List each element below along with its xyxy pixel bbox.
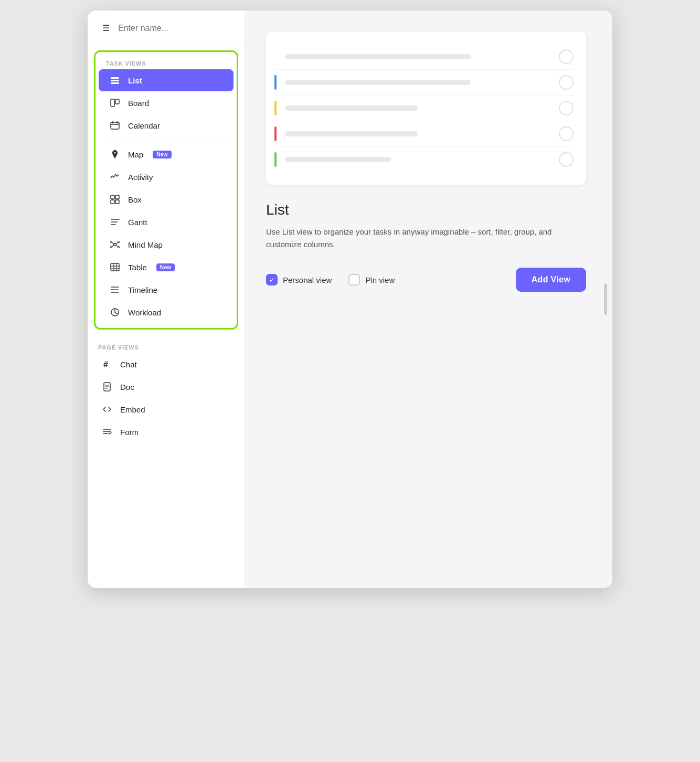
task-views-container: TASK VIEWS List (94, 50, 238, 330)
preview-row (274, 121, 574, 147)
table-badge: New (156, 263, 175, 271)
chat-label: Chat (120, 360, 137, 369)
svg-line-23 (112, 246, 114, 247)
mindmap-icon (109, 239, 121, 250)
scrollbar[interactable] (604, 283, 607, 315)
preview-line (285, 54, 471, 59)
preview-lines (285, 80, 550, 85)
svg-point-18 (118, 241, 120, 243)
svg-rect-5 (111, 122, 119, 129)
preview-lines (285, 131, 550, 136)
svg-text:#: # (103, 360, 108, 369)
workload-icon (109, 307, 121, 318)
pin-view-option[interactable]: Pin view (348, 274, 395, 285)
preview-line (285, 80, 471, 85)
sidebar-item-board[interactable]: Board (99, 92, 234, 114)
svg-rect-2 (111, 82, 119, 84)
sidebar-item-mindmap[interactable]: Mind Map (99, 234, 234, 256)
form-icon (101, 427, 113, 437)
svg-rect-12 (115, 200, 119, 204)
calendar-icon (109, 120, 121, 131)
svg-line-21 (112, 242, 114, 244)
timeline-label: Timeline (128, 285, 157, 294)
timeline-icon (109, 284, 121, 295)
preview-circle (559, 49, 574, 64)
sidebar-item-activity[interactable]: Activity (99, 166, 234, 188)
personal-view-option[interactable]: ✓ Personal view (266, 274, 332, 285)
form-label: Form (120, 428, 139, 437)
sidebar-item-box[interactable]: Box (99, 188, 234, 210)
svg-rect-4 (115, 99, 119, 104)
table-label: Table (128, 263, 147, 272)
preview-line (285, 157, 391, 162)
map-label: Map (128, 150, 143, 159)
page-views-label: PAGE VIEWS (88, 340, 245, 353)
sidebar-item-timeline[interactable]: Timeline (99, 279, 234, 301)
sidebar-item-doc[interactable]: Doc (91, 376, 241, 398)
svg-point-20 (118, 247, 120, 248)
list-header-icon (100, 23, 112, 33)
sidebar-item-chat[interactable]: # Chat (91, 353, 241, 375)
sidebar-item-gantt[interactable]: Gantt (99, 211, 234, 233)
svg-rect-10 (115, 195, 119, 199)
preview-row (274, 44, 574, 70)
preview-circle (559, 101, 574, 115)
box-icon (109, 194, 121, 205)
modal-wrapper: TASK VIEWS List (88, 10, 612, 588)
calendar-label: Calendar (128, 121, 160, 130)
board-label: Board (128, 99, 149, 108)
pin-view-checkbox[interactable] (348, 274, 360, 285)
left-panel: TASK VIEWS List (88, 10, 245, 588)
table-icon (109, 262, 121, 272)
svg-line-22 (116, 242, 118, 244)
sidebar-item-list[interactable]: List (99, 69, 234, 91)
search-input[interactable] (118, 24, 232, 33)
divider-1 (104, 140, 228, 140)
sidebar-item-embed[interactable]: Embed (91, 398, 241, 420)
sidebar-item-form[interactable]: Form (91, 421, 241, 443)
embed-icon (101, 404, 113, 415)
personal-view-checkbox[interactable]: ✓ (266, 274, 278, 285)
task-views-label: TASK VIEWS (96, 56, 237, 69)
svg-rect-9 (111, 195, 114, 199)
options-row: ✓ Personal view Pin view Add View (266, 268, 586, 292)
right-panel: List Use List view to organize your task… (245, 10, 612, 588)
personal-view-label: Personal view (283, 276, 332, 284)
preview-circle (559, 75, 574, 90)
preview-lines (285, 157, 550, 162)
search-bar (88, 10, 245, 44)
sidebar-item-map[interactable]: Map New (99, 143, 234, 165)
embed-label: Embed (120, 405, 145, 414)
gantt-label: Gantt (128, 218, 147, 227)
sidebar-item-table[interactable]: Table New (99, 256, 234, 278)
mindmap-label: Mind Map (128, 240, 163, 249)
sidebar-item-workload[interactable]: Workload (99, 301, 234, 323)
view-description: Use List view to organize your tasks in … (266, 226, 586, 251)
doc-label: Doc (120, 383, 134, 391)
preview-lines (285, 105, 550, 111)
chat-icon: # (101, 359, 113, 369)
sidebar-item-calendar[interactable]: Calendar (99, 114, 234, 136)
preview-row (274, 96, 574, 121)
list-icon (109, 75, 121, 86)
activity-icon (109, 172, 121, 182)
map-icon (109, 149, 121, 160)
svg-rect-3 (111, 99, 114, 107)
svg-rect-11 (111, 200, 114, 204)
preview-card (266, 31, 586, 185)
svg-point-17 (111, 241, 112, 243)
activity-label: Activity (128, 173, 153, 182)
preview-row (274, 147, 574, 172)
svg-point-16 (114, 244, 116, 246)
page-views-section: PAGE VIEWS # Chat (88, 336, 245, 443)
checkmark-icon: ✓ (269, 276, 275, 284)
pin-view-label: Pin view (365, 276, 395, 284)
svg-rect-0 (111, 77, 119, 79)
svg-rect-25 (111, 263, 119, 271)
view-title: List (266, 202, 586, 218)
color-bar (274, 152, 277, 167)
add-view-button[interactable]: Add View (516, 268, 586, 292)
box-label: Box (128, 195, 142, 204)
color-bar (274, 126, 277, 141)
map-badge: New (153, 151, 171, 158)
